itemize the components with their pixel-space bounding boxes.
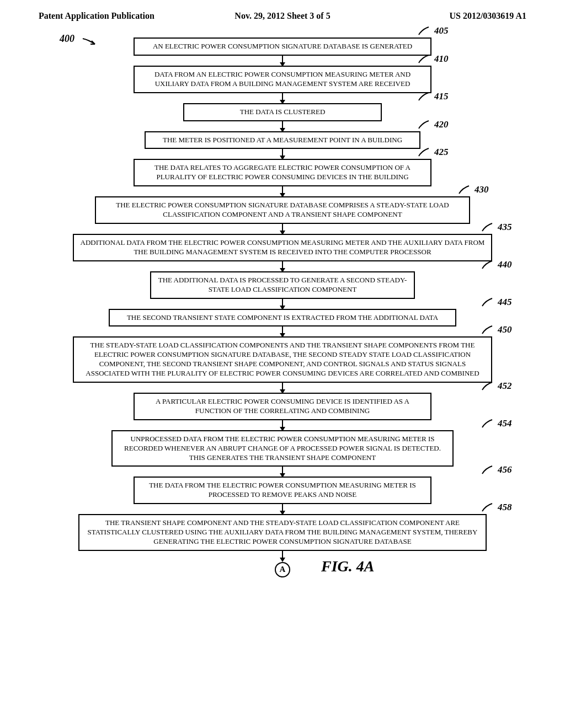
step-box: THE SECOND TRANSIENT STATE COMPONENT IS … — [109, 309, 456, 327]
step-box: THE DATA IS CLUSTERED — [183, 103, 382, 121]
ref-curve-icon — [418, 120, 434, 130]
step-410: 410 DATA FROM AN ELECTRIC POWER CONSUMPT… — [39, 66, 526, 93]
ref-450-label: 450 — [498, 324, 512, 335]
figure-label: FIG. 4A — [321, 558, 374, 575]
header-left: Patent Application Publication — [39, 11, 201, 21]
ref-curve-icon — [418, 26, 434, 36]
step-458: 458 THE TRANSIENT SHAPE COMPONENT AND TH… — [39, 514, 526, 551]
arrow-down-icon — [282, 149, 283, 159]
ref-curve-icon — [458, 185, 475, 195]
arrow-down-icon — [282, 299, 283, 309]
step-box: THE ADDITIONAL DATA IS PROCESSED TO GENE… — [150, 271, 415, 299]
ref-456-label: 456 — [498, 464, 512, 475]
step-box: THE STEADY-STATE LOAD CLASSIFICATION COM… — [73, 336, 492, 383]
step-425: 425 THE DATA RELATES TO AGGREGATE ELECTR… — [39, 159, 526, 186]
ref-458-label: 458 — [498, 502, 512, 513]
arrow-down-icon — [282, 326, 283, 336]
ref-curve-icon — [481, 325, 498, 335]
ref-curve-icon — [481, 381, 498, 391]
ref-curve-icon — [418, 147, 434, 157]
ref-curve-icon — [481, 297, 498, 307]
arrow-down-icon — [282, 261, 283, 271]
step-456: 456 THE DATA FROM THE ELECTRIC POWER CON… — [39, 477, 526, 504]
arrow-down-icon — [282, 551, 283, 561]
ref-430-label: 430 — [475, 184, 489, 195]
step-box: A PARTICULAR ELECTRIC POWER CONSUMING DE… — [134, 393, 431, 420]
ref-curve-icon — [481, 419, 498, 429]
ref-curve-icon — [481, 465, 498, 475]
step-box: ADDITIONAL DATA FROM THE ELECTRIC POWER … — [73, 234, 492, 261]
step-454: 454 UNPROCESSED DATA FROM THE ELECTRIC P… — [39, 430, 526, 467]
ref-420-label: 420 — [434, 119, 449, 130]
arrow-down-icon — [282, 121, 283, 131]
ref-440-label: 440 — [498, 259, 512, 270]
ref-452-label: 452 — [498, 381, 512, 392]
step-box: THE DATA RELATES TO AGGREGATE ELECTRIC P… — [134, 159, 431, 186]
arrow-down-icon — [282, 504, 283, 514]
arrow-down-icon — [282, 186, 283, 196]
arrow-down-icon — [282, 420, 283, 430]
step-box: THE DATA FROM THE ELECTRIC POWER CONSUMP… — [134, 477, 431, 504]
arrow-down-icon — [282, 383, 283, 393]
header-center: Nov. 29, 2012 Sheet 3 of 5 — [201, 11, 364, 21]
step-box: THE METER IS POSITIONED AT A MEASUREMENT… — [145, 131, 420, 149]
ref-454-label: 454 — [498, 418, 512, 429]
page-header: Patent Application Publication Nov. 29, … — [0, 0, 565, 26]
step-box: THE ELECTRIC POWER CONSUMPTION SIGNATURE… — [95, 196, 470, 224]
step-box: UNPROCESSED DATA FROM THE ELECTRIC POWER… — [111, 430, 454, 467]
ref-curve-icon — [481, 260, 498, 270]
ref-curve-icon — [481, 222, 498, 232]
connector-a: A — [275, 562, 290, 577]
step-415: 415 THE DATA IS CLUSTERED — [39, 103, 526, 121]
ref-435-label: 435 — [498, 222, 512, 233]
step-box: AN ELECTRIC POWER CONSUMPTION SIGNATURE … — [134, 38, 431, 56]
ref-405-label: 405 — [434, 25, 449, 36]
step-445: 445 THE SECOND TRANSIENT STATE COMPONENT… — [39, 309, 526, 327]
step-420: 420 THE METER IS POSITIONED AT A MEASURE… — [39, 131, 526, 149]
step-405: 405 AN ELECTRIC POWER CONSUMPTION SIGNAT… — [39, 38, 526, 56]
ref-415-label: 415 — [434, 91, 449, 102]
ref-445-label: 445 — [498, 297, 512, 308]
arrow-down-icon — [282, 93, 283, 103]
flowchart-diagram: 400 405 AN ELECTRIC POWER CONSUMPTION SI… — [0, 26, 565, 588]
step-435: 435 ADDITIONAL DATA FROM THE ELECTRIC PO… — [39, 234, 526, 261]
ref-curve-icon — [418, 54, 434, 64]
arrow-down-icon — [282, 224, 283, 234]
step-440: 440 THE ADDITIONAL DATA IS PROCESSED TO … — [39, 271, 526, 299]
ref-curve-icon — [481, 502, 498, 512]
arrow-down-icon — [282, 467, 283, 477]
step-430: 430 THE ELECTRIC POWER CONSUMPTION SIGNA… — [39, 196, 526, 224]
step-box: DATA FROM AN ELECTRIC POWER CONSUMPTION … — [134, 66, 431, 93]
ref-410-label: 410 — [434, 53, 449, 65]
step-450: 450 THE STEADY-STATE LOAD CLASSIFICATION… — [39, 336, 526, 383]
header-right: US 2012/0303619 A1 — [364, 11, 526, 21]
ref-curve-icon — [418, 92, 434, 101]
ref-425-label: 425 — [434, 147, 449, 158]
flowchart: 405 AN ELECTRIC POWER CONSUMPTION SIGNAT… — [39, 38, 526, 577]
step-452: 452 A PARTICULAR ELECTRIC POWER CONSUMIN… — [39, 393, 526, 420]
step-box: THE TRANSIENT SHAPE COMPONENT AND THE ST… — [78, 514, 487, 551]
arrow-down-icon — [282, 56, 283, 66]
